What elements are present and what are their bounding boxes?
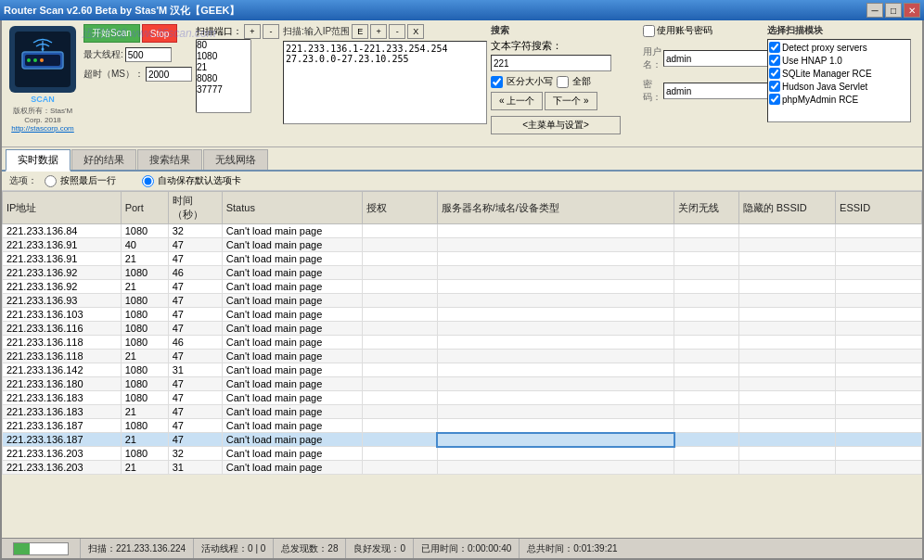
auth-cell (362, 461, 437, 475)
table-row[interactable]: 221.233.136.2032131Can't load main page (3, 461, 922, 475)
search-input[interactable] (491, 55, 611, 71)
svg-point-3 (27, 58, 31, 62)
table-row[interactable]: 221.233.136.914047Can't load main page (3, 238, 922, 252)
tab-wireless[interactable]: 无线网络 (203, 149, 268, 170)
auth-cell (362, 280, 437, 294)
ip-clear-button[interactable]: X (407, 24, 424, 39)
case-sensitive-checkbox[interactable] (491, 76, 503, 88)
table-row[interactable]: 221.233.136.1832147Can't load main page (3, 405, 922, 419)
time-cell: 47 (168, 433, 222, 447)
table-row[interactable]: 221.233.136.183108047Can't load main pag… (3, 391, 922, 405)
main-menu-button[interactable]: <主菜单与设置> (491, 116, 621, 134)
found-good-status: 良好发现：0 (346, 539, 414, 558)
auth-cell (362, 336, 437, 350)
prev-button[interactable]: « 上一个 (491, 92, 543, 110)
timeout-input[interactable] (146, 67, 192, 82)
bssid-cell (738, 391, 835, 405)
wireless-cell (674, 294, 739, 308)
status-cell: Can't load main page (222, 238, 362, 252)
search-area: 搜索 文本字符搜索： 区分大小写 全部 « 上一个 下一个 » <主菜单与设置> (491, 24, 639, 134)
time-cell: 46 (168, 266, 222, 280)
bssid-cell (738, 447, 835, 461)
module-checkbox-hudson[interactable] (769, 81, 780, 92)
table-row[interactable]: 221.233.136.116108047Can't load main pag… (3, 322, 922, 336)
ip-cell: 221.233.136.187 (3, 419, 122, 433)
ip-cell: 221.233.136.84 (3, 224, 122, 238)
copyright-text: 版权所有：Stas'M Corp. 2018 (7, 106, 78, 124)
table-row[interactable]: 221.233.136.84108032Can't load main page (3, 224, 922, 238)
close-button[interactable]: ✕ (904, 3, 920, 18)
col-header-essid: ESSID (836, 192, 922, 224)
use-password-checkbox[interactable] (643, 25, 655, 37)
threads-input[interactable] (125, 47, 172, 62)
window-title: Router Scan v2.60 Beta by Stas'M 汉化【GEEK… (4, 4, 239, 18)
server-cell (437, 294, 674, 308)
stop-button[interactable]: Stop (142, 24, 178, 43)
table-row[interactable]: 221.233.136.180108047Can't load main pag… (3, 377, 922, 391)
status-cell: Can't load main page (222, 322, 362, 336)
follow-last-label: 按照最后一行 (60, 174, 116, 187)
essid-cell (836, 280, 922, 294)
thread-controls: 开始Scan Stop 最大线程: 超时（MS）： (83, 24, 192, 82)
tab-good-results[interactable]: 好的结果 (71, 149, 136, 170)
port-remove-button[interactable]: - (263, 24, 279, 39)
col-header-wireless: 关闭无线 (674, 192, 739, 224)
follow-last-radio[interactable] (45, 175, 57, 187)
auto-save-radio[interactable] (142, 175, 154, 187)
ip-cell: 221.233.136.92 (3, 280, 122, 294)
wireless-cell (674, 308, 739, 322)
tab-search-results[interactable]: 搜索结果 (137, 149, 202, 170)
module-checkbox-detect-proxy[interactable] (769, 42, 780, 53)
status-bar: 扫描：221.233.136.224 活动线程：0 | 0 总发现数：28 良好… (2, 538, 922, 558)
port-cell: 1080 (121, 377, 168, 391)
time-cell: 47 (168, 252, 222, 266)
ip-minus-button[interactable]: - (389, 24, 405, 39)
essid-cell (836, 294, 922, 308)
table-row[interactable]: 221.233.136.922147Can't load main page (3, 280, 922, 294)
ip-range-textarea[interactable]: 221.233.136.1-221.233.254.254 27.23.0.0-… (283, 41, 487, 124)
start-button[interactable]: 开始Scan (83, 24, 140, 43)
ip-e-button[interactable]: E (352, 24, 368, 39)
time-cell: 47 (168, 322, 222, 336)
table-body: 221.233.136.84108032Can't load main page… (3, 224, 922, 475)
tab-realtime[interactable]: 实时数据 (6, 149, 71, 172)
port-add-button[interactable]: + (244, 24, 261, 39)
table-row[interactable]: 221.233.136.203108032Can't load main pag… (3, 447, 922, 461)
module-checkbox-sqlite[interactable] (769, 68, 780, 79)
table-row[interactable]: 221.233.136.912147Can't load main page (3, 252, 922, 266)
col-header-ip: IP地址 (3, 192, 122, 224)
port-list[interactable]: 80 1080 21 8080 37777 (196, 39, 251, 113)
auth-cell (362, 391, 437, 405)
server-cell (437, 447, 674, 461)
table-row[interactable]: 221.233.136.187108047Can't load main pag… (3, 419, 922, 433)
table-row[interactable]: 221.233.136.103108047Can't load main pag… (3, 308, 922, 322)
all-label: 全部 (572, 75, 591, 88)
maximize-button[interactable]: □ (885, 3, 902, 18)
wireless-cell (674, 280, 739, 294)
website-link[interactable]: http://stascorp.com (11, 124, 74, 133)
logo-area: SCAN 版权所有：Stas'M Corp. 2018 http://stasc… (6, 24, 80, 134)
table-row[interactable]: 221.233.136.92108046Can't load main page (3, 266, 922, 280)
table-row[interactable]: 221.233.136.1872147Can't load main page (3, 433, 922, 447)
status-cell: Can't load main page (222, 363, 362, 377)
follow-last-row: 按照最后一行 (45, 174, 116, 187)
next-button[interactable]: 下一个 » (545, 92, 597, 110)
table-row[interactable]: 221.233.136.93108047Can't load main page (3, 294, 922, 308)
module-checkbox-phpmyadmin[interactable] (769, 94, 780, 105)
minimize-button[interactable]: ─ (866, 3, 883, 18)
table-row[interactable]: 221.233.136.142108031Can't load main pag… (3, 363, 922, 377)
ip-add-button[interactable]: + (370, 24, 387, 39)
table-scroll[interactable]: IP地址 Port 时间（秒） Status 授权 服务器名称/域名/设备类型 … (2, 191, 922, 538)
auth-cell (362, 377, 437, 391)
table-row[interactable]: 221.233.136.1182147Can't load main page (3, 350, 922, 363)
bssid-cell (738, 294, 835, 308)
server-cell (437, 391, 674, 405)
search-text-label: 文本字符搜索： (491, 39, 562, 53)
essid-cell (836, 405, 922, 419)
auth-cell (362, 447, 437, 461)
table-row[interactable]: 221.233.136.118108046Can't load main pag… (3, 336, 922, 350)
all-checkbox[interactable] (557, 76, 569, 88)
svg-point-7 (42, 48, 45, 51)
ip-cell: 221.233.136.183 (3, 405, 122, 419)
module-checkbox-hnap[interactable] (769, 55, 780, 66)
